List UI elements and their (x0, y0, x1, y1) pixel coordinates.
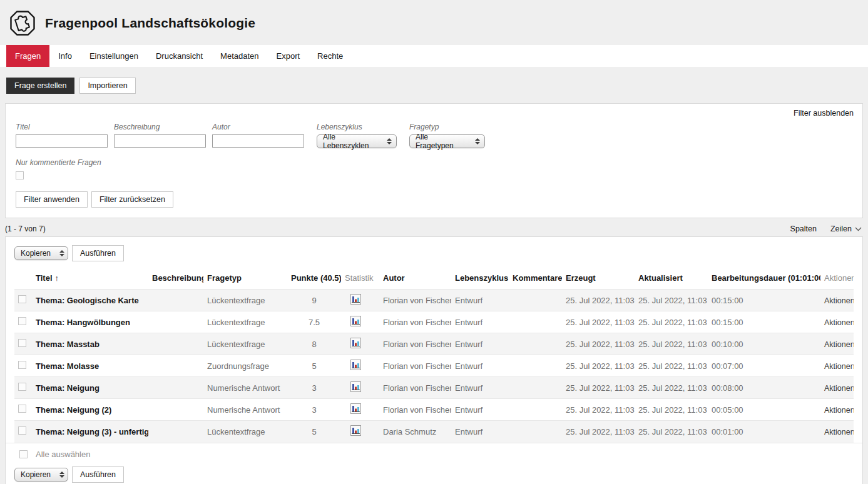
tab-export[interactable]: Export (268, 45, 309, 67)
question-title-link[interactable]: Thema: Neigung (32, 377, 148, 399)
question-type: Lückentextfrage (203, 421, 287, 443)
row-checkbox[interactable] (18, 426, 26, 435)
question-working-time: 00:15:00 (708, 311, 820, 333)
select-stepper-icon (59, 250, 64, 256)
row-actions-dropdown[interactable]: Aktionen (824, 296, 854, 305)
filter-commented-checkbox[interactable] (16, 171, 24, 179)
column-erzeugt[interactable]: Erzeugt (562, 268, 635, 290)
filter-author-label: Autor (212, 123, 304, 131)
column-titel[interactable]: Titel↑ (32, 268, 148, 290)
row-actions-dropdown[interactable]: Aktionen (824, 406, 854, 415)
execute-button-top[interactable]: Ausführen (72, 245, 124, 261)
rows-menu[interactable]: Zeilen (830, 224, 862, 233)
table-row: Thema: Hangwölbungen Lückentextfrage 7.5… (14, 311, 854, 333)
row-actions-label: Aktionen (824, 318, 854, 327)
tab-metadaten[interactable]: Metadaten (212, 45, 267, 67)
filter-title-label: Titel (16, 123, 108, 131)
bulk-action-select-bottom[interactable]: Kopieren (14, 468, 68, 481)
question-type: Numerische Antwort (203, 399, 287, 421)
bulk-actions-top: Kopieren Ausführen (6, 241, 862, 264)
column-aktualisiert[interactable]: Aktualisiert (635, 268, 708, 290)
bulk-action-select-top[interactable]: Kopieren (14, 246, 68, 260)
question-author: Florian von Fischer (379, 399, 451, 421)
question-created: 25. Jul 2022, 11:03 (562, 421, 635, 443)
filter-reset-button[interactable]: Filter zurücksetzen (91, 191, 173, 208)
question-updated: 25. Jul 2022, 11:03 (635, 421, 708, 443)
statistics-icon[interactable] (350, 360, 361, 370)
question-updated: 25. Jul 2022, 11:03 (635, 311, 708, 333)
question-title-link[interactable]: Thema: Geologische Karte (32, 290, 148, 311)
columns-menu[interactable]: Spalten (790, 224, 817, 233)
question-comments (509, 377, 562, 399)
row-checkbox[interactable] (18, 295, 26, 303)
row-checkbox[interactable] (18, 361, 26, 369)
statistics-icon[interactable] (350, 403, 361, 414)
tab-info[interactable]: Info (49, 45, 81, 67)
filter-author-input[interactable] (212, 134, 304, 148)
tab-rechte[interactable]: Rechte (309, 45, 352, 67)
statistics-icon[interactable] (350, 294, 361, 305)
statistics-icon[interactable] (350, 338, 361, 348)
row-actions-dropdown[interactable]: Aktionen (824, 340, 854, 349)
question-comments (509, 290, 562, 311)
question-title-link[interactable]: Thema: Hangwölbungen (32, 311, 148, 333)
row-actions-label: Aktionen (824, 296, 854, 305)
statistics-icon[interactable] (350, 425, 361, 436)
table-body: Thema: Geologische Karte Lückentextfrage… (14, 290, 854, 443)
question-title-link[interactable]: Thema: Neigung (2) (32, 399, 148, 421)
bulk-action-value: Kopieren (21, 249, 51, 258)
lifecycle-select[interactable]: Alle Lebenszyklen (317, 134, 397, 148)
row-actions-dropdown[interactable]: Aktionen (824, 384, 854, 393)
column-fragetyp[interactable]: Fragetyp (203, 268, 287, 290)
table-row: Thema: Neigung (2) Numerische Antwort 3 … (14, 399, 854, 421)
question-description (148, 311, 203, 333)
question-pool-icon (9, 9, 36, 37)
question-title-link[interactable]: Thema: Molasse (32, 355, 148, 377)
row-actions-dropdown[interactable]: Aktionen (824, 318, 854, 327)
row-checkbox[interactable] (18, 317, 26, 325)
row-checkbox[interactable] (18, 339, 26, 347)
column-punkte[interactable]: Punkte (40.5) (287, 268, 341, 290)
tab-einstellungen[interactable]: Einstellungen (81, 45, 147, 67)
row-checkbox[interactable] (18, 405, 26, 413)
question-created: 25. Jul 2022, 11:03 (562, 377, 635, 399)
question-lifecycle: Entwurf (451, 311, 509, 333)
question-points: 7.5 (287, 311, 341, 333)
tab-fragen[interactable]: Fragen (6, 45, 49, 67)
filter-qtype-label: Fragetyp (409, 123, 485, 131)
question-points: 8 (287, 333, 341, 355)
filter-apply-button[interactable]: Filter anwenden (16, 191, 88, 208)
question-comments (509, 333, 562, 355)
question-title-link[interactable]: Thema: Neigung (3) - unfertig (32, 421, 148, 443)
sort-ascending-icon[interactable]: ↑ (55, 273, 59, 283)
question-working-time: 00:10:00 (708, 333, 820, 355)
question-comments (509, 355, 562, 377)
column-bearbeitungsdauer[interactable]: Bearbeitungsdauer (01:01:00) (708, 268, 820, 290)
table-header-row: Titel↑ Beschreibung Fragetyp Punkte (40.… (14, 268, 854, 290)
select-all-checkbox[interactable] (19, 450, 28, 458)
row-actions-dropdown[interactable]: Aktionen (824, 428, 854, 436)
table-row: Thema: Geologische Karte Lückentextfrage… (14, 290, 854, 311)
filter-title-input[interactable] (16, 134, 108, 148)
question-updated: 25. Jul 2022, 11:03 (635, 333, 708, 355)
import-button[interactable]: Importieren (79, 78, 135, 94)
create-question-button[interactable]: Frage erstellen (6, 78, 74, 94)
column-autor[interactable]: Autor (379, 268, 451, 290)
filter-description-input[interactable] (114, 134, 206, 148)
column-kommentare[interactable]: Kommentare (509, 268, 562, 290)
statistics-icon[interactable] (350, 316, 361, 326)
column-beschreibung[interactable]: Beschreibung (148, 268, 203, 290)
statistics-icon[interactable] (350, 381, 361, 392)
filter-commented-label: Nur kommentierte Fragen (16, 158, 852, 167)
question-created: 25. Jul 2022, 11:03 (562, 399, 635, 421)
question-type-select[interactable]: Alle Fragetypen (409, 134, 485, 148)
tab-druckansicht[interactable]: Druckansicht (147, 45, 212, 67)
column-lebenszyklus[interactable]: Lebenszyklus (451, 268, 509, 290)
row-actions-dropdown[interactable]: Aktionen (824, 362, 854, 371)
execute-button-bottom[interactable]: Ausführen (72, 466, 124, 483)
question-lifecycle: Entwurf (451, 333, 509, 355)
question-title-link[interactable]: Thema: Masstab (32, 333, 148, 355)
filter-hide-link[interactable]: Filter ausblenden (794, 109, 854, 118)
column-aktionen: Aktionen (820, 268, 854, 290)
row-checkbox[interactable] (18, 383, 26, 391)
